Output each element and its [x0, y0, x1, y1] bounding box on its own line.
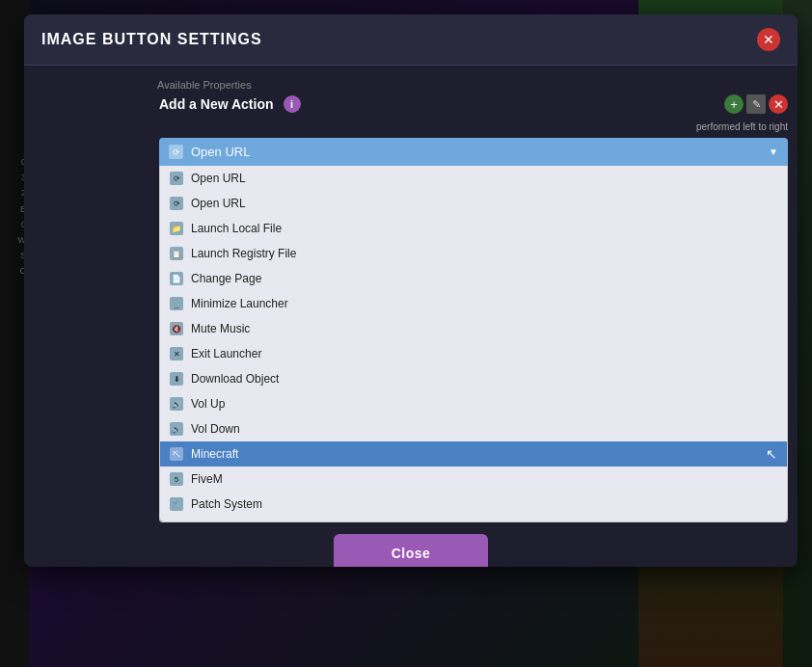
dropdown-item-fivem[interactable]: 5 FiveM [160, 467, 787, 492]
item-label-open-url-2: Open URL [191, 197, 246, 210]
dialog-footer: Close [24, 520, 798, 567]
item-label-minecraft: Minecraft [191, 447, 238, 461]
dropdown-item-open-url-1[interactable]: ⟳ Open URL [160, 166, 787, 191]
item-label-vol-down: Vol Down [191, 422, 240, 436]
item-icon-fivem: 5 [170, 472, 183, 486]
dropdown-item-mute-music[interactable]: 🔇 Mute Music [160, 316, 787, 341]
dropdown-item-vol-down[interactable]: 🔉 Vol Down [160, 416, 787, 441]
item-icon-minecraft: ⛏ [170, 447, 183, 461]
dialog-body: Available Properties Add a New Action i … [24, 66, 798, 567]
item-label-patch: Patch System [191, 497, 262, 511]
dropdown-selected-content: ⟳ Open URL [169, 145, 250, 159]
action-toolbar: + ✎ ✕ [724, 94, 788, 114]
item-icon-mute-music: 🔇 [170, 322, 183, 335]
item-icon-minimize: _ [170, 297, 183, 310]
item-icon-exit: ✕ [170, 347, 183, 360]
dropdown-item-download[interactable]: ⬇ Download Object [160, 366, 787, 391]
item-icon-open-url-2: ⟳ [170, 197, 183, 210]
item-label-change-page: Change Page [191, 272, 261, 285]
info-icon[interactable]: i [284, 95, 301, 113]
mouse-cursor-indicator: ↖ [766, 446, 777, 462]
dropdown-selected-label: Open URL [191, 145, 250, 159]
edit-action-button[interactable]: ✎ [746, 94, 766, 114]
item-label-launch-registry: Launch Registry File [191, 247, 296, 260]
dropdown-item-vol-up[interactable]: 🔊 Vol Up [160, 391, 787, 416]
item-label-mute-music: Mute Music [191, 322, 250, 335]
item-icon-download: ⬇ [170, 372, 183, 386]
dropdown-selected[interactable]: ⟳ Open URL ▼ [159, 138, 788, 166]
item-icon-patch: 🔧 [170, 497, 183, 511]
left-numbers: 0 3 2 E 0 W S C [2, 154, 26, 280]
add-action-header-row: Add a New Action i + ✎ ✕ [159, 94, 788, 114]
item-label-vol-up: Vol Up [191, 397, 225, 411]
add-action-title: Add a New Action [159, 96, 274, 112]
add-action-container: Add a New Action i + ✎ ✕ performed left … [159, 94, 788, 522]
item-label-launch-local: Launch Local File [191, 222, 282, 235]
dropdown-list[interactable]: ⟳ Open URL ⟳ Open URL 📁 Launch Local Fil… [159, 166, 788, 522]
delete-action-button[interactable]: ✕ [769, 94, 788, 114]
item-icon-launch-registry: 📋 [170, 247, 183, 260]
dropdown-item-exit[interactable]: ✕ Exit Launcher [160, 341, 787, 366]
dialog-header: IMAGE BUTTON SETTINGS ✕ [24, 14, 798, 66]
avail-props-top-label: Available Properties [157, 79, 780, 91]
item-icon-vol-down: 🔉 [170, 422, 183, 436]
close-main-button[interactable]: Close [334, 534, 489, 567]
item-icon-launch-local: 📁 [170, 222, 183, 235]
item-icon-open-url-1: ⟳ [170, 172, 183, 185]
add-action-button[interactable]: + [724, 94, 744, 114]
dropdown-item-get-query[interactable]: ? GET Query [160, 517, 787, 522]
dropdown-item-minimize[interactable]: _ Minimize Launcher [160, 291, 787, 316]
dialog-title: IMAGE BUTTON SETTINGS [41, 31, 262, 48]
item-label-open-url-1: Open URL [191, 172, 246, 185]
dropdown-item-change-page[interactable]: 📄 Change Page [160, 266, 787, 291]
dialog-close-button[interactable]: ✕ [757, 28, 780, 51]
dropdown-item-open-url-2[interactable]: ⟳ Open URL [160, 191, 787, 216]
item-icon-change-page: 📄 [170, 272, 183, 285]
dropdown-item-launch-local[interactable]: 📁 Launch Local File [160, 216, 787, 241]
item-icon-vol-up: 🔊 [170, 397, 183, 411]
dropdown-item-minecraft[interactable]: ⛏ Minecraft ↖ [160, 441, 787, 467]
main-dialog: IMAGE BUTTON SETTINGS ✕ Available Proper… [24, 14, 798, 567]
item-label-exit: Exit Launcher [191, 347, 261, 360]
dropdown-item-launch-registry[interactable]: 📋 Launch Registry File [160, 241, 787, 266]
item-label-minimize: Minimize Launcher [191, 297, 288, 310]
dropdown-item-patch[interactable]: 🔧 Patch System [160, 492, 787, 517]
chevron-down-icon: ▼ [769, 147, 778, 157]
item-label-fivem: FiveM [191, 472, 223, 486]
actions-performed-text: performed left to right [159, 121, 788, 132]
selected-icon: ⟳ [169, 145, 183, 159]
item-label-download: Download Object [191, 372, 279, 386]
add-action-title-group: Add a New Action i [159, 95, 301, 113]
